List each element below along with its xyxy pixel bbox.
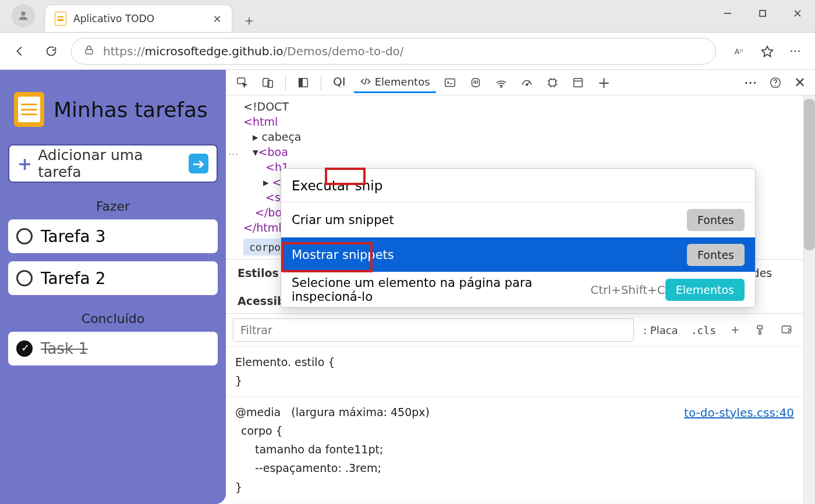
cls-chip[interactable]: .cls bbox=[688, 324, 720, 336]
favorite-button[interactable] bbox=[756, 40, 779, 63]
devtools-toolbar: QI Elementos + ⋯ ✕ bbox=[226, 70, 815, 95]
url-text: https://microsoftedge.github.io/Demos/de… bbox=[103, 44, 404, 58]
circle-icon[interactable] bbox=[16, 228, 33, 244]
devtools-more-tabs-button[interactable]: + bbox=[592, 74, 616, 91]
inspect-element-icon[interactable] bbox=[231, 72, 254, 93]
performance-tab-icon[interactable] bbox=[515, 72, 538, 93]
browser-tab[interactable]: Aplicativo TODO ✕ bbox=[45, 5, 232, 32]
command-menu-popup: Executar snip Criar um snippet Fontes Mo… bbox=[281, 168, 756, 308]
sources-tab-icon[interactable] bbox=[464, 72, 487, 93]
plus-icon: + bbox=[17, 154, 32, 174]
titlebar: Aplicativo TODO ✕ ＋ bbox=[0, 0, 815, 33]
command-menu-input[interactable]: Executar snip bbox=[281, 169, 755, 203]
new-tab-button[interactable]: ＋ bbox=[238, 9, 261, 32]
memory-tab-icon[interactable] bbox=[541, 72, 564, 93]
add-task-label: Adicionar uma tarefa bbox=[38, 147, 189, 180]
svg-rect-2 bbox=[760, 10, 766, 16]
devtools-tab-elements[interactable]: Elementos bbox=[354, 72, 436, 93]
svg-point-10 bbox=[798, 50, 800, 52]
window-minimize-button[interactable] bbox=[710, 0, 745, 27]
command-badge: Fontes bbox=[687, 244, 745, 266]
svg-rect-15 bbox=[299, 78, 303, 87]
devtools-more-icon[interactable]: ⋯ bbox=[739, 75, 761, 90]
dock-icon[interactable] bbox=[292, 72, 315, 93]
svg-rect-5 bbox=[86, 49, 93, 54]
window-maximize-button[interactable] bbox=[745, 0, 780, 27]
lock-icon bbox=[83, 44, 95, 58]
section-done-label: Concluído bbox=[8, 311, 218, 326]
command-shortcut: Ctrl+Shift+C bbox=[590, 283, 665, 297]
svg-rect-11 bbox=[238, 77, 245, 83]
task-item-done[interactable]: Task 1 bbox=[8, 332, 218, 365]
todo-title: Minhas tarefas bbox=[54, 98, 208, 122]
svg-rect-41 bbox=[759, 332, 761, 335]
new-style-rule-icon[interactable] bbox=[725, 320, 745, 340]
css-source-link[interactable]: to-do-styles.css:40 bbox=[684, 403, 794, 423]
svg-point-24 bbox=[526, 84, 527, 86]
task-item[interactable]: Tarefa 2 bbox=[8, 261, 218, 295]
tab-favicon-icon bbox=[55, 12, 66, 26]
devtools-scrollbar[interactable] bbox=[803, 95, 815, 504]
tab-close-icon[interactable]: ✕ bbox=[211, 12, 224, 25]
svg-point-37 bbox=[775, 84, 776, 86]
paint-icon[interactable] bbox=[751, 320, 771, 340]
svg-point-8 bbox=[791, 50, 792, 52]
svg-rect-34 bbox=[573, 78, 582, 87]
svg-point-22 bbox=[501, 86, 502, 87]
window-close-button[interactable] bbox=[780, 0, 815, 27]
svg-marker-7 bbox=[762, 46, 773, 56]
circle-icon[interactable] bbox=[16, 270, 33, 286]
application-tab-icon[interactable] bbox=[566, 72, 590, 93]
check-circle-icon[interactable] bbox=[16, 340, 33, 357]
nav-refresh-button[interactable] bbox=[40, 40, 63, 63]
css-rule-inline[interactable]: Elemento. estilo { } bbox=[226, 347, 803, 397]
command-menu-item[interactable]: Criar um snippet Fontes bbox=[281, 203, 755, 237]
section-todo-label: Fazer bbox=[8, 199, 218, 214]
command-menu-item-selected[interactable]: Mostrar snippets Fontes bbox=[281, 237, 755, 272]
device-toggle-icon[interactable] bbox=[256, 72, 279, 93]
svg-rect-25 bbox=[549, 79, 555, 86]
settings-more-button[interactable] bbox=[784, 40, 807, 63]
svg-rect-17 bbox=[445, 79, 455, 86]
svg-point-9 bbox=[795, 50, 796, 52]
add-task-button[interactable]: + Adicionar uma tarefa ➔ bbox=[8, 144, 218, 183]
command-badge: Elementos bbox=[665, 279, 745, 301]
devtools-tab-welcome[interactable]: QI bbox=[327, 71, 352, 94]
todo-app-panel: Minhas tarefas + Adicionar uma tarefa ➔ … bbox=[0, 70, 226, 504]
task-item[interactable]: Tarefa 3 bbox=[8, 219, 218, 253]
svg-point-0 bbox=[21, 12, 25, 16]
network-tab-icon[interactable] bbox=[490, 72, 513, 93]
command-badge: Fontes bbox=[687, 209, 745, 231]
tab-title: Aplicativo TODO bbox=[73, 13, 211, 24]
svg-rect-40 bbox=[757, 326, 762, 329]
hov-chip[interactable]: : Placa bbox=[640, 324, 682, 336]
clipboard-icon bbox=[14, 92, 44, 127]
profile-button[interactable] bbox=[12, 4, 35, 27]
computed-panel-icon[interactable] bbox=[777, 320, 796, 340]
address-bar: https://microsoftedge.github.io/Demos/de… bbox=[0, 33, 815, 70]
submit-arrow-icon[interactable]: ➔ bbox=[189, 154, 208, 173]
svg-line-16 bbox=[364, 78, 366, 85]
console-tab-icon[interactable] bbox=[438, 72, 462, 93]
devtools-help-icon[interactable] bbox=[764, 72, 787, 93]
nav-back-button[interactable] bbox=[8, 40, 31, 63]
svg-text:A⁾⁾: A⁾⁾ bbox=[735, 47, 743, 55]
command-menu-item[interactable]: Selecione um elemento na página para ins… bbox=[281, 272, 755, 307]
subtab-styles[interactable]: Estilos bbox=[238, 267, 279, 279]
read-aloud-button[interactable]: A⁾⁾ bbox=[728, 40, 751, 63]
styles-filter-row: : Placa .cls bbox=[226, 314, 803, 347]
devtools-close-button[interactable]: ✕ bbox=[789, 74, 810, 91]
styles-filter-input[interactable] bbox=[233, 318, 634, 342]
css-rule-media[interactable]: to-do-styles.css:40 @media (largura máxi… bbox=[226, 397, 803, 503]
omnibox[interactable]: https://microsoftedge.github.io/Demos/de… bbox=[71, 38, 716, 65]
